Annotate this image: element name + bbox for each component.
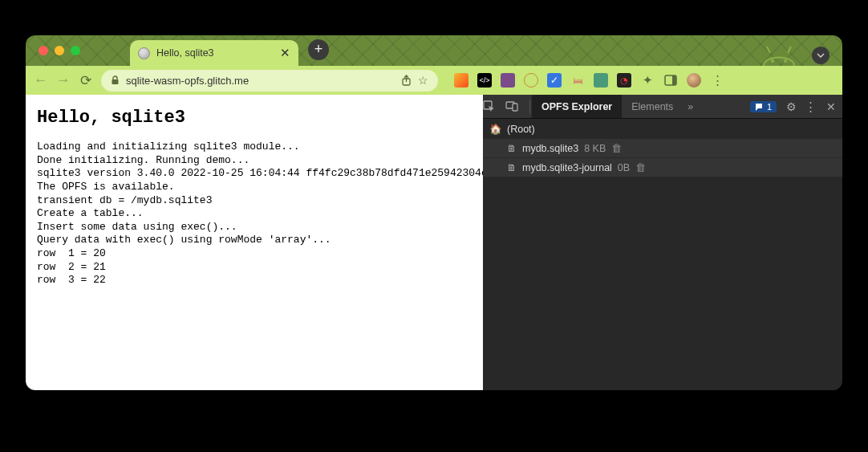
- devtools-close-icon[interactable]: ✕: [820, 100, 842, 113]
- content-area: Hello, sqlite3 Loading and initializing …: [26, 95, 842, 390]
- inspect-element-icon[interactable]: [483, 100, 505, 112]
- reload-button[interactable]: ⟳: [79, 72, 93, 89]
- lock-icon: [111, 75, 120, 85]
- devtools-tabbar: OPFS Explorer Elements » 1 ⚙ ⋮ ✕: [483, 95, 842, 119]
- globe-icon: [138, 47, 150, 59]
- log-line: Query data with exec() using rowMode 'ar…: [37, 234, 472, 247]
- file-size: 0B: [618, 162, 630, 173]
- address-bar[interactable]: sqlite-wasm-opfs.glitch.me ☆: [101, 70, 438, 92]
- log-line: Done initializing. Running demo...: [37, 154, 472, 168]
- tab-strip: Hello, sqlite3 ✕ +: [26, 35, 842, 66]
- trash-icon[interactable]: 🗑: [635, 161, 646, 173]
- minimize-window-button[interactable]: [55, 46, 64, 55]
- toolbar: ← → ⟳ sqlite-wasm-opfs.glitch.me ☆ </> ✓…: [26, 66, 842, 95]
- log-line: row 1 = 20: [37, 247, 472, 261]
- svg-point-0: [771, 59, 774, 63]
- log-line: row 2 = 21: [37, 261, 472, 275]
- more-tabs-icon[interactable]: »: [683, 101, 698, 112]
- log-line: sqlite3 version 3.40.0 2022-10-25 16:04:…: [37, 167, 472, 181]
- maximize-window-button[interactable]: [71, 46, 80, 55]
- close-window-button[interactable]: [39, 46, 48, 55]
- file-name: mydb.sqlite3: [522, 143, 578, 154]
- extension-icon[interactable]: ◔: [617, 73, 631, 88]
- tab-elements[interactable]: Elements: [622, 95, 683, 118]
- extension-icon[interactable]: [594, 73, 608, 88]
- back-button[interactable]: ←: [34, 72, 48, 88]
- log-line: Insert some data using exec()...: [37, 221, 472, 234]
- extension-icon[interactable]: 🛏: [570, 73, 585, 88]
- log-line: row 3 = 22: [37, 274, 472, 287]
- tab-title: Hello, sqlite3: [156, 47, 274, 59]
- extension-icon[interactable]: [524, 73, 538, 88]
- file-icon: 🗎: [507, 143, 517, 154]
- extension-icon[interactable]: [454, 73, 468, 88]
- issues-badge[interactable]: 1: [750, 101, 777, 112]
- file-size: 8 KB: [584, 143, 606, 154]
- fs-file-row[interactable]: 🗎mydb.sqlite38 KB🗑: [483, 139, 842, 157]
- extension-icon[interactable]: </>: [477, 73, 492, 88]
- bookmark-star-icon[interactable]: ☆: [418, 74, 428, 87]
- opfs-tree: 🏠 (Root) 🗎mydb.sqlite38 KB🗑🗎mydb.sqlite3…: [483, 119, 842, 390]
- new-tab-button[interactable]: +: [308, 39, 329, 60]
- log-line: transient db = /mydb.sqlite3: [37, 194, 472, 208]
- trash-icon[interactable]: 🗑: [611, 142, 622, 154]
- browser-tab[interactable]: Hello, sqlite3 ✕: [130, 40, 298, 66]
- android-icon: [761, 45, 797, 66]
- extension-icon[interactable]: ✓: [547, 73, 562, 88]
- extensions-row: </> ✓ 🛏 ◔ ✦ ⋮: [454, 73, 725, 88]
- chrome-menu-button[interactable]: ⋮: [710, 73, 725, 88]
- share-icon[interactable]: [401, 75, 412, 86]
- chevron-down-icon[interactable]: [812, 47, 829, 64]
- log-line: The OPFS is available.: [37, 181, 472, 194]
- svg-rect-8: [513, 104, 517, 111]
- webpage-viewport: Hello, sqlite3 Loading and initializing …: [26, 95, 483, 390]
- window-controls: [39, 46, 80, 55]
- forward-button[interactable]: →: [56, 72, 71, 88]
- devtools-panel: OPFS Explorer Elements » 1 ⚙ ⋮ ✕ 🏠 (Root…: [483, 95, 842, 390]
- browser-window: Hello, sqlite3 ✕ + ← → ⟳ sqlite: [26, 35, 842, 390]
- tab-opfs-explorer[interactable]: OPFS Explorer: [532, 95, 622, 118]
- gear-icon[interactable]: ⚙: [781, 100, 801, 113]
- url-text: sqlite-wasm-opfs.glitch.me: [126, 75, 395, 87]
- file-icon: 🗎: [507, 162, 517, 173]
- log-line: Loading and initializing sqlite3 module.…: [37, 140, 472, 154]
- extensions-puzzle-icon[interactable]: ✦: [640, 73, 655, 88]
- profile-avatar[interactable]: [687, 73, 701, 88]
- svg-rect-2: [112, 79, 119, 84]
- fs-file-row[interactable]: 🗎mydb.sqlite3-journal0B🗑: [483, 158, 842, 177]
- root-label: (Root): [507, 124, 535, 135]
- fs-root-row[interactable]: 🏠 (Root): [483, 119, 842, 139]
- log-line: Create a table...: [37, 207, 472, 221]
- extension-icon[interactable]: [501, 73, 515, 88]
- home-icon: 🏠: [489, 123, 502, 135]
- tab-close-button[interactable]: ✕: [280, 46, 290, 60]
- page-heading: Hello, sqlite3: [37, 108, 472, 128]
- svg-rect-5: [672, 75, 676, 85]
- side-panel-icon[interactable]: [663, 73, 678, 88]
- device-toolbar-icon[interactable]: [505, 101, 528, 112]
- file-name: mydb.sqlite3-journal: [522, 162, 612, 173]
- devtools-menu-icon[interactable]: ⋮: [801, 100, 820, 114]
- svg-point-1: [784, 59, 787, 63]
